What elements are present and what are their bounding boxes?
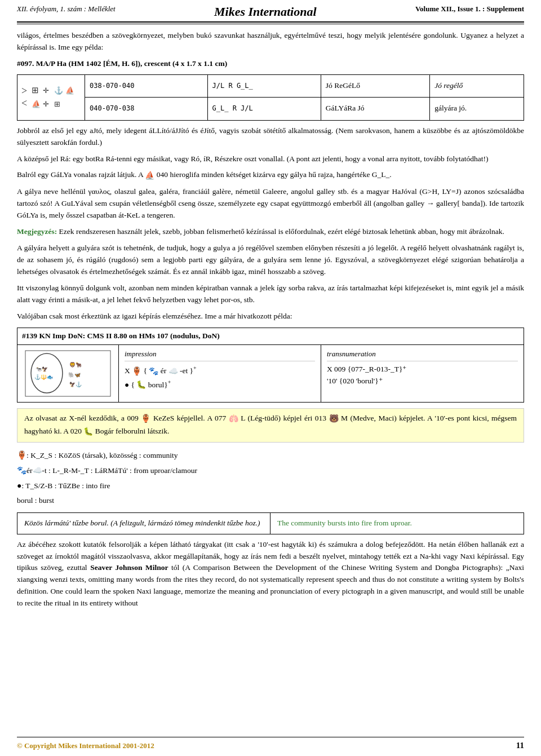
table-cell-code2: 040-070-038 xyxy=(85,98,208,120)
boat-icon: ⛵ xyxy=(145,170,154,182)
cloud-icon: ☁️ xyxy=(33,463,42,478)
bear-icon: 🐻 xyxy=(329,413,339,425)
author-bold: Seaver Johnson Milnor xyxy=(90,563,168,572)
para3-cont: A gálya neve hellénül γαυλος, olaszul ga… xyxy=(17,186,524,222)
trans-right-col: The community bursts into fire from upro… xyxy=(270,513,524,534)
table-cell-jl1: J/L R G_L_ xyxy=(207,74,321,97)
intro-paragraph: világos, értelmes beszédben a szövegkörn… xyxy=(17,30,524,54)
para2: A középső jel Rá: egy botRa Rá-tenni egy… xyxy=(17,153,524,165)
glyph-image-cell: > ⊞ ✛ ⚓ ⛵ ⛵ ✛ ⊞ < xyxy=(17,74,85,120)
footer: © Copyright Mikes International 2001-201… xyxy=(17,737,524,750)
table-cell-jo1: Jó ReGéLő xyxy=(321,74,429,97)
svg-text:⛵: ⛵ xyxy=(65,86,75,95)
impression-line2: ● { 🐛 borul}+ xyxy=(125,378,315,391)
er-label: ér xyxy=(26,464,33,478)
megjegyzes-para: Megjegyzés: Ezek rendszeresen használt j… xyxy=(17,226,524,238)
svg-text:>: > xyxy=(21,85,27,96)
reading-text-3: L (Lég-tüdő) képjel éri 013 xyxy=(241,414,329,422)
header-center: Mikes International xyxy=(116,5,415,19)
body-section: világos, értelmes beszédben a szövegkörn… xyxy=(17,30,524,609)
impression-col: impression X 🏺 { 🐾 ér ☁️ -et }+ ● { 🐛 bo… xyxy=(119,345,321,402)
svg-text:⚓🔱🐟: ⚓🔱🐟 xyxy=(34,374,54,381)
example2-box: #139 KN Imp DoN: CMS II 8.80 on HMs 107 … xyxy=(17,328,524,403)
para7: Az ábécéhez szokott kutatók felsorolják … xyxy=(17,539,524,610)
lung-icon: 🫁 xyxy=(229,413,238,425)
legend4-text: borul : burst xyxy=(17,494,54,507)
reading-text-1: Az olvasat az X-nél kezdődik, a 009 xyxy=(24,414,141,422)
svg-text:✛: ✛ xyxy=(43,86,49,95)
table-cell-jl2: G_L_ R J/L xyxy=(207,98,321,120)
header-divider xyxy=(17,24,524,24)
svg-text:⊞: ⊞ xyxy=(54,100,60,108)
footer-copyright: © Copyright Mikes International 2001-201… xyxy=(17,741,154,750)
transnumeration-col: transnumeration X 009 {077-_R-013-_T}⁺ '… xyxy=(321,345,524,402)
legend-row-1: 🏺 : K_Z_S : KöZöS (társak), közösség : c… xyxy=(17,448,524,462)
reading-text-2: KeZeS képjellel. A 077 xyxy=(153,414,229,422)
hiero-table: > ⊞ ✛ ⚓ ⛵ ⛵ ✛ ⊞ < 038-070-040 J/L R G_L_ xyxy=(17,74,524,121)
para6: Valójában csak most érkeztünk az igazi k… xyxy=(17,311,524,322)
svg-point-10 xyxy=(31,353,63,393)
example2-header: #139 KN Imp DoN: CMS II 8.80 on HMs 107 … xyxy=(17,328,524,344)
para1: Jobbról az első jel egy aJtó, mely idege… xyxy=(17,125,524,149)
para3: Balról egy GáLYa vonalas rajzát látjuk. … xyxy=(17,169,524,182)
svg-text:🐘🦋: 🐘🦋 xyxy=(68,372,81,378)
example2-grid: 🐄🦅 ⚓🔱🐟 🦁🐂 🐘🦋 🦅⚓ impression X 🏺 { 🐾 ér ☁️… xyxy=(17,344,524,402)
impression-header: impression xyxy=(125,348,315,361)
reading-box: Az olvasat az X-nél kezdődik, a 009 🏺 Ke… xyxy=(17,408,524,442)
megjegyzes-text: Ezek rendszeresen használt jelek, szebb,… xyxy=(59,227,504,236)
table-cell-code1: 038-070-040 xyxy=(85,74,208,97)
trans-line1: X 009 {077-_R-013-_T}⁺ xyxy=(327,364,518,375)
impression-line1: X 🏺 { 🐾 ér ☁️ -et }+ xyxy=(125,364,315,377)
table-row-2: 040-070-038 G_L_ R J/L GáLYáRa Jó gályár… xyxy=(17,98,524,120)
table-cell-regelo: Jó regélő xyxy=(430,74,524,97)
footer-page-number: 11 xyxy=(516,741,524,750)
page: XII. évfolyam, 1. szám : Melléklet Mikes… xyxy=(0,0,541,756)
legend-section: 🏺 : K_Z_S : KöZöS (társak), közösség : c… xyxy=(17,448,524,508)
kezs-icon: 🏺 xyxy=(141,413,150,425)
svg-text:⚓: ⚓ xyxy=(54,86,64,95)
fire-icon: ● xyxy=(17,479,21,493)
megjegyzes-label: Megjegyzés: xyxy=(17,227,57,236)
transnumeration-header: transnumeration xyxy=(327,348,518,361)
community-icon: 🏺 xyxy=(17,448,26,462)
trans-left-col: Közös lármátú' tűzbe borul. (A felizgult… xyxy=(17,513,270,534)
table-cell-galyara: gályára jó. xyxy=(430,98,524,120)
legend-row-2: 🐾 ér ☁️ -t : L-_R-M-_T : LáRMáTú' : from… xyxy=(17,463,524,478)
svg-text:🐄🦅: 🐄🦅 xyxy=(36,366,48,373)
reading-text-5: Bogár felborulni látszik. xyxy=(95,427,170,435)
svg-text:🦅⚓: 🦅⚓ xyxy=(69,381,82,388)
header: XII. évfolyam, 1. szám : Melléklet Mikes… xyxy=(17,0,524,23)
svg-text:⛵: ⛵ xyxy=(32,99,41,109)
header-right: Volume XII., Issue 1. : Supplement xyxy=(415,5,524,14)
bug-icon: 🐛 xyxy=(83,426,93,438)
para4: A gályára helyett a gulyára szót is tehe… xyxy=(17,242,524,278)
para3-mid: 040 hieroglifa minden kétséget kizárva e… xyxy=(157,170,392,179)
svg-text:🦁🐂: 🦁🐂 xyxy=(69,361,82,368)
legend3-text: : T_S/Z-B : TűZBe : into fire xyxy=(21,479,110,493)
example-label: #097. MA/P Ha (HM 1402 [ÉM, H. 6]), cres… xyxy=(17,58,524,70)
svg-text:✛: ✛ xyxy=(43,100,49,108)
er-icon: 🐾 xyxy=(17,463,26,478)
seal-svg: 🐄🦅 ⚓🔱🐟 🦁🐂 🐘🦋 🦅⚓ xyxy=(24,350,112,397)
table-row-header: > ⊞ ✛ ⚓ ⛵ ⛵ ✛ ⊞ < 038-070-040 J/L R G_L_ xyxy=(17,74,524,97)
translation-grid: Közös lármátú' tűzbe borul. (A felizgult… xyxy=(17,512,524,534)
legend1-text: : K_Z_S : KöZöS (társak), közösség : com… xyxy=(26,449,178,462)
svg-text:⊞: ⊞ xyxy=(32,86,39,95)
svg-text:<: < xyxy=(21,98,27,109)
legend-row-4: borul : burst xyxy=(17,494,524,507)
para3-start: Balról egy GáLYa vonalas rajzát látjuk. … xyxy=(17,170,143,179)
header-left: XII. évfolyam, 1. szám : Melléklet xyxy=(17,5,116,14)
glyph-svg: > ⊞ ✛ ⚓ ⛵ ⛵ ✛ ⊞ < xyxy=(20,77,82,114)
legend2-text: -t : L-_R-M-_T : LáRMáTú' : from uproar/… xyxy=(42,464,198,478)
para5: Itt viszonylag könnyű dolgunk volt, azon… xyxy=(17,282,524,306)
example2-image: 🐄🦅 ⚓🔱🐟 🦁🐂 🐘🦋 🦅⚓ xyxy=(17,345,119,402)
trans-line2: '10' {020 'borul'}⁺ xyxy=(327,375,518,387)
table-cell-jo2: GáLYáRa Jó xyxy=(321,98,429,120)
legend-row-3: ● : T_S/Z-B : TűZBe : into fire xyxy=(17,479,524,493)
